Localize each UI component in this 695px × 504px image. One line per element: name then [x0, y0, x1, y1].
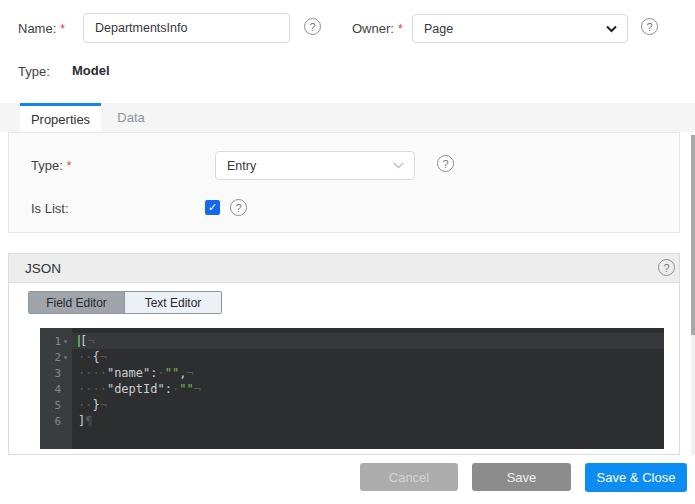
owner-select[interactable]: Page	[412, 14, 628, 43]
page-scrollbar-thumb[interactable]	[691, 135, 695, 335]
line-number: 2▾	[40, 349, 72, 365]
entry-type-label: Type:*	[31, 158, 71, 173]
editor-mode-toggle: Field Editor Text Editor	[28, 291, 222, 314]
json-section-title: JSON	[25, 261, 61, 276]
is-list-label: Is List:	[31, 201, 69, 216]
owner-select-value: Page	[424, 22, 453, 36]
entry-type-select[interactable]: Entry	[215, 151, 415, 180]
is-list-checkbox[interactable]: ✓	[205, 200, 220, 215]
editor-code[interactable]: [¬··{¬····"name":·"",¬····"deptId":·""¬·…	[72, 328, 664, 449]
json-help-icon[interactable]: ?	[658, 259, 675, 276]
model-properties-page: Name:* ? Owner:* Page ? Type: Model Prop…	[0, 0, 695, 504]
code-line: ]¶	[72, 413, 664, 429]
line-number: 1▾	[40, 333, 72, 349]
entry-type-select-value: Entry	[227, 159, 256, 173]
save-and-close-button[interactable]: Save & Close	[585, 463, 687, 492]
code-line: ····"name":·"",¬	[72, 365, 664, 381]
code-line: [¬	[72, 333, 664, 349]
line-number: 5	[40, 397, 72, 413]
tab-properties[interactable]: Properties	[20, 103, 101, 132]
is-list-help-icon[interactable]: ?	[230, 199, 247, 216]
code-line: ····"deptId":·""¬	[72, 381, 664, 397]
code-line: ··{¬	[72, 349, 664, 365]
line-number: 3	[40, 365, 72, 381]
name-input[interactable]	[83, 13, 290, 43]
line-number: 6	[40, 413, 72, 429]
json-section: JSON ? Field Editor Text Editor 1▾2▾3456…	[8, 253, 680, 455]
json-code-editor[interactable]: 1▾2▾3456 [¬··{¬····"name":·"",¬····"dept…	[40, 328, 664, 449]
code-line: ··}¬	[72, 397, 664, 413]
tab-data[interactable]: Data	[101, 103, 161, 132]
page-scrollbar	[691, 135, 695, 455]
json-section-header: JSON	[9, 254, 679, 283]
properties-panel: Type:* Entry ? Is List: ✓ ?	[8, 132, 680, 233]
fold-arrow-icon[interactable]: ▾	[61, 337, 70, 346]
fold-arrow-icon[interactable]: ▾	[61, 353, 70, 362]
required-asterisk: *	[67, 159, 72, 173]
tab-bar: Properties Data	[0, 103, 695, 132]
entry-type-help-icon[interactable]: ?	[437, 155, 454, 172]
checkmark-icon: ✓	[208, 202, 217, 213]
name-help-icon[interactable]: ?	[304, 18, 321, 35]
required-asterisk: *	[60, 22, 65, 36]
type-label: Type:	[18, 64, 50, 79]
save-button[interactable]: Save	[472, 463, 571, 491]
editor-gutter: 1▾2▾3456	[40, 328, 72, 449]
name-label: Name:*	[18, 21, 65, 36]
required-asterisk: *	[398, 22, 403, 36]
text-editor-button[interactable]: Text Editor	[125, 292, 221, 313]
field-editor-button[interactable]: Field Editor	[29, 292, 125, 313]
owner-label: Owner:*	[352, 21, 403, 36]
line-number: 4	[40, 381, 72, 397]
cancel-button[interactable]: Cancel	[360, 463, 458, 491]
type-value: Model	[72, 63, 110, 78]
chevron-down-icon	[606, 25, 617, 33]
chevron-down-icon	[393, 162, 404, 169]
owner-help-icon[interactable]: ?	[641, 18, 658, 35]
